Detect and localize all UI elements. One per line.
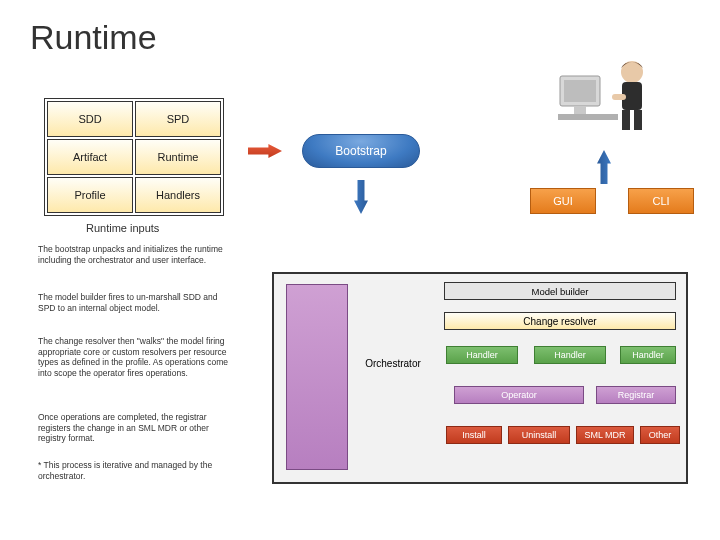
svg-rect-2 — [574, 106, 586, 114]
bootstrap-node: Bootstrap — [302, 134, 420, 168]
paragraph-model-builder: The model builder fires to un-marshall S… — [38, 292, 230, 313]
handler-box-2: Handler — [534, 346, 606, 364]
other-box: Other — [640, 426, 680, 444]
svg-rect-1 — [564, 80, 596, 102]
install-box: Install — [446, 426, 502, 444]
paragraph-footnote: * This process is iterative and managed … — [38, 460, 230, 481]
cell-artifact: Artifact — [47, 139, 133, 175]
runtime-inputs-table: SDDSPD ArtifactRuntime ProfileHandlers — [44, 98, 224, 216]
cell-profile: Profile — [47, 177, 133, 213]
paragraph-registrar: Once operations are completed, the regis… — [38, 412, 230, 444]
svg-rect-8 — [634, 110, 642, 130]
cell-sdd: SDD — [47, 101, 133, 137]
handler-box-3: Handler — [620, 346, 676, 364]
model-builder-box: Model builder — [444, 282, 676, 300]
paragraph-change-resolver: The change resolver then "walks" the mod… — [38, 336, 230, 379]
gui-box: GUI — [530, 188, 596, 214]
orchestrator-label: Orchestrator — [354, 352, 432, 374]
cell-handlers: Handlers — [135, 177, 221, 213]
sml-mdr-box: SML MDR — [576, 426, 634, 444]
table-caption: Runtime inputs — [86, 222, 159, 234]
svg-rect-7 — [622, 110, 630, 130]
runtime-diagram: Model builder Change resolver Orchestrat… — [272, 272, 688, 484]
arrow-right-icon — [248, 144, 282, 158]
svg-rect-3 — [558, 114, 618, 120]
cell-runtime: Runtime — [135, 139, 221, 175]
registrar-box: Registrar — [596, 386, 676, 404]
svg-rect-6 — [612, 94, 626, 100]
uninstall-box: Uninstall — [508, 426, 570, 444]
operator-box: Operator — [454, 386, 584, 404]
cell-spd: SPD — [135, 101, 221, 137]
handler-box-1: Handler — [446, 346, 518, 364]
arrow-down-icon — [354, 180, 368, 214]
orchestrator-column — [286, 284, 348, 470]
paragraph-bootstrap: The bootstrap unpacks and initializes th… — [38, 244, 230, 265]
arrow-up-icon — [597, 150, 611, 184]
slide-title: Runtime — [30, 18, 157, 57]
change-resolver-box: Change resolver — [444, 312, 676, 330]
user-at-computer-icon — [556, 54, 662, 142]
cli-box: CLI — [628, 188, 694, 214]
